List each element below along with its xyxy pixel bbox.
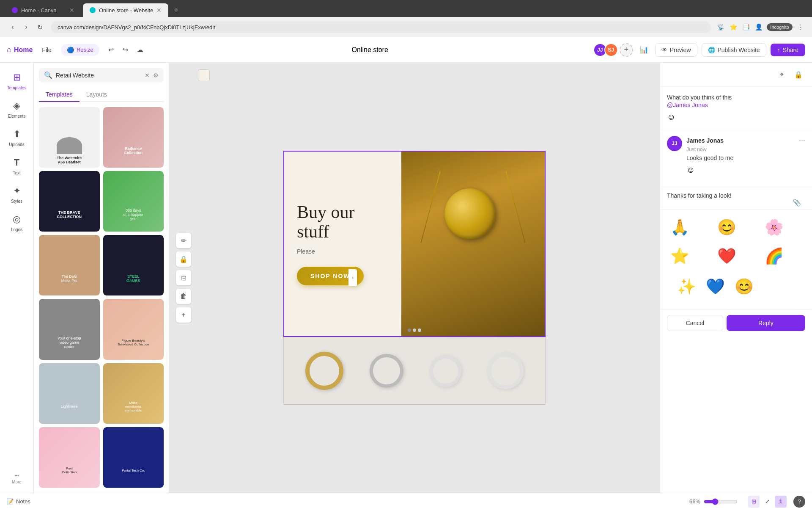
search-clear-button[interactable]: ✕ <box>145 72 150 79</box>
sidebar-item-text[interactable]: T Text <box>2 153 32 179</box>
comment-menu-button[interactable]: ··· <box>799 136 805 145</box>
search-filter-button[interactable]: ⚙ <box>153 72 159 79</box>
resize-button[interactable]: 🔵 Resize <box>61 44 99 56</box>
tab-templates[interactable]: Templates <box>39 88 80 102</box>
template-card[interactable]: Your one-stopvideo gamecenter <box>39 299 100 359</box>
back-button[interactable]: ‹ <box>7 21 19 33</box>
publish-icon: 🌐 <box>708 47 715 53</box>
extensions-icon[interactable]: 📑 <box>741 22 751 32</box>
help-button[interactable]: ? <box>793 496 805 508</box>
emoji-sparkle[interactable]: ✨ <box>674 274 699 299</box>
template-card[interactable]: Lightmere <box>39 363 100 424</box>
sidebar-item-uploads[interactable]: ⬆ Uploads <box>2 124 32 151</box>
share-button[interactable]: ↑ Share <box>771 44 805 56</box>
template-card[interactable]: 365 daysof a happieryou <box>103 171 164 232</box>
emoji-pray[interactable]: 🙏 <box>667 215 692 240</box>
canvas-tool-edit[interactable]: ✏ <box>176 233 191 248</box>
comment-text: Looks good to me <box>686 154 805 163</box>
emoji-star[interactable]: ⭐ <box>667 243 692 269</box>
template-card[interactable]: THE BRAVECOLLECTION <box>39 171 100 232</box>
tab-home-close[interactable]: ✕ <box>69 7 74 14</box>
search-input[interactable] <box>56 72 141 79</box>
template-card[interactable]: Portal Tech Co. <box>103 427 164 488</box>
sidebar-toggle-button[interactable]: ‹ <box>348 269 357 286</box>
tab-store[interactable]: Online store - Website ✕ <box>83 3 168 17</box>
emoji-heart[interactable]: ❤️ <box>714 243 740 269</box>
home-button[interactable]: ⌂ Home <box>7 45 33 54</box>
incognito-badge[interactable]: Incognito <box>767 23 793 31</box>
canvas-main[interactable]: Buy our stuff Please SHOP NOW <box>283 151 546 337</box>
url-bar[interactable]: canva.com/design/DAFNVgs2_p0/f4CFnbQjxDi… <box>51 22 711 33</box>
reply-attachment-icon[interactable]: 📎 <box>793 198 801 206</box>
canvas-tool-add[interactable]: + <box>176 307 191 323</box>
analytics-button[interactable]: 📊 <box>637 43 651 57</box>
comment-item: JJ James Jonas ··· Just now Looks good t… <box>667 136 805 175</box>
smiley-emoji-prompt[interactable]: ☺ <box>667 112 675 121</box>
template-card[interactable]: Figure Beauty'sSunkissed Collection <box>103 299 164 359</box>
address-bar: ‹ › ↻ canva.com/design/DAFNVgs2_p0/f4CFn… <box>0 17 812 37</box>
zoom-slider[interactable] <box>704 498 738 505</box>
template-card[interactable]: The DeloMoka Pot <box>39 235 100 295</box>
comment-time: Just now <box>686 146 805 152</box>
chain-right <box>506 171 526 243</box>
profile-icon[interactable]: 👤 <box>754 22 763 32</box>
tab-layouts[interactable]: Layouts <box>80 88 114 102</box>
comment-mention[interactable]: @James Jonas <box>667 102 708 108</box>
browser-chrome: Home - Canva ✕ Online store - Website ✕ … <box>0 0 812 37</box>
emoji-blue-heart[interactable]: 💙 <box>702 274 728 299</box>
fit-view-button[interactable]: ⤢ <box>761 496 773 508</box>
emoji-flower[interactable]: 🌸 <box>761 215 787 240</box>
cast-icon[interactable]: 📡 <box>716 22 725 32</box>
sidebar-item-templates[interactable]: ⊞ Templates <box>2 68 32 94</box>
template-card[interactable]: PoolCollection <box>39 427 100 488</box>
panel-lock-button[interactable]: 🔒 <box>792 68 805 81</box>
tab-home[interactable]: Home - Canva ✕ <box>5 3 81 17</box>
publish-button[interactable]: 🌐 Publish Website <box>702 43 766 57</box>
sidebar-item-elements[interactable]: ◈ Elements <box>2 96 32 123</box>
bookmark-icon[interactable]: ⭐ <box>729 22 738 32</box>
comment-prompt-text: What do you think of this <box>667 94 732 101</box>
preview-button[interactable]: 👁 Preview <box>655 43 697 57</box>
canvas-rings-section[interactable] <box>283 337 546 405</box>
notes-button[interactable]: 📝 Notes <box>7 498 30 505</box>
sidebar-item-logos[interactable]: ◎ Logos <box>2 210 32 236</box>
new-tab-button[interactable]: + <box>170 4 182 16</box>
cancel-button[interactable]: Cancel <box>667 315 723 331</box>
template-card[interactable]: The WestmireA56 Headset <box>39 107 100 168</box>
canvas-tool-delete[interactable]: 🗑 <box>176 289 191 304</box>
emoji-smile-face[interactable]: 😊 <box>731 274 757 299</box>
template-card[interactable]: Makemilestonesmemorable <box>103 363 164 424</box>
undo-button[interactable]: ↩ <box>104 43 118 57</box>
grid-view-button[interactable]: ⊞ <box>748 496 760 508</box>
share-label: Share <box>783 47 798 53</box>
canvas-area: ✏ 🔒 ⊟ 🗑 + ‹ <box>169 63 660 493</box>
comment-smiley-emoji[interactable]: ☺ <box>686 165 695 174</box>
panel-cursor-button[interactable]: ⌖ <box>775 68 788 81</box>
sidebar-item-styles[interactable]: ✦ Styles <box>2 181 32 208</box>
template-card[interactable]: STEELGAMES <box>103 235 164 295</box>
canva-favicon <box>12 7 18 13</box>
project-title: Online store <box>352 46 388 54</box>
reply-button[interactable]: Reply <box>727 315 805 331</box>
zoom-level: 66% <box>689 498 700 505</box>
page-count[interactable]: 1 <box>775 496 787 508</box>
menu-icon[interactable]: ⋮ <box>796 22 805 32</box>
canvas-tool-group[interactable]: ⊟ <box>176 270 191 285</box>
redo-button[interactable]: ↪ <box>119 43 132 57</box>
emoji-happy[interactable]: 😊 <box>714 215 740 240</box>
view-buttons: ⊞ ⤢ 1 <box>748 496 787 508</box>
template-card[interactable]: RadianceCollection <box>103 107 164 168</box>
emoji-rainbow[interactable]: 🌈 <box>761 243 787 269</box>
canvas-text-area: Buy our stuff Please SHOP NOW <box>284 152 414 336</box>
file-button[interactable]: File <box>38 44 56 56</box>
avatar-sj[interactable]: SJ <box>604 43 618 57</box>
add-collaborator-button[interactable]: + <box>620 43 633 57</box>
reload-button[interactable]: ↻ <box>34 21 46 33</box>
browser-icons: 📡 ⭐ 📑 👤 Incognito ⋮ <box>716 22 805 32</box>
canvas-subtext[interactable]: Please <box>297 248 402 255</box>
sidebar-more-button[interactable]: ••• More <box>8 470 25 488</box>
canvas-tool-lock[interactable]: 🔒 <box>176 251 191 267</box>
canvas-headline[interactable]: Buy our stuff <box>297 202 402 241</box>
forward-button[interactable]: › <box>20 21 32 33</box>
tab-store-close[interactable]: ✕ <box>156 7 162 14</box>
